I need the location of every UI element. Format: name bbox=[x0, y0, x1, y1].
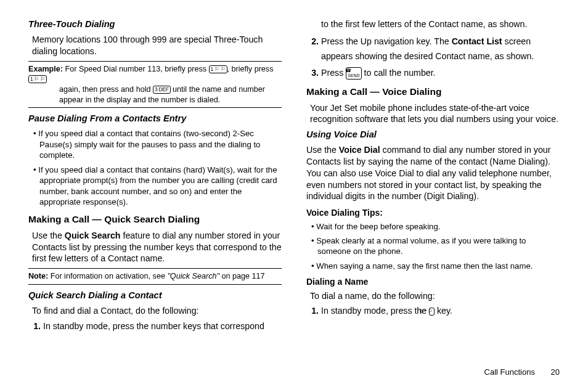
step-1-text: In standby mode, press the number keys t… bbox=[43, 321, 264, 331]
heading-uvd: Using Voice Dial bbox=[306, 129, 560, 141]
step-2a: Press the Up navigation key. The bbox=[321, 36, 452, 46]
bullet-pause-2: If you speed dial a contact that contain… bbox=[39, 165, 282, 208]
step-3: 3.Press SEND to call the number. bbox=[321, 67, 560, 80]
para-three-touch: Memory locations 100 through 999 are spe… bbox=[32, 34, 282, 57]
para-uvd: Use the Voice Dial command to dial any n… bbox=[306, 144, 560, 202]
step-1: 1.In standby mode, press the number keys… bbox=[43, 321, 282, 332]
footer-page-number: 20 bbox=[551, 367, 560, 377]
heading-three-touch: Three-Touch Dialing bbox=[28, 18, 282, 30]
para-quick-search: Use the Quick Search feature to dial any… bbox=[32, 230, 282, 264]
footer-section: Call Functions bbox=[484, 367, 535, 377]
example-label: Example: bbox=[28, 65, 63, 73]
heading-pause: Pause Dialing From a Contacts Entry bbox=[28, 113, 282, 125]
heading-quick-search: Making a Call — Quick Search Dialing bbox=[28, 213, 282, 226]
note-text-a: For information on activation, see bbox=[51, 272, 168, 280]
para-qsdc: To find and dial a Contact, do the follo… bbox=[32, 305, 282, 317]
uvd-a: Use the bbox=[306, 145, 339, 155]
page-body: Three-Touch Dialing Memory locations 100… bbox=[0, 0, 588, 357]
step-3b: to call the number. bbox=[362, 68, 436, 78]
step-2: 2.Press the Up navigation key. The Conta… bbox=[321, 34, 560, 63]
tip-2: Speak clearly at a normal volume, as if … bbox=[317, 235, 560, 257]
step-2-bold: Contact List bbox=[452, 36, 502, 46]
example-line2: again, then press and hold 3 DEF until t… bbox=[59, 84, 282, 105]
note-label: Note: bbox=[28, 272, 48, 280]
uvd-bold: Voice Dial bbox=[339, 145, 380, 155]
step-3a: Press bbox=[321, 68, 346, 78]
dname-step-1a: In standby mode, press the bbox=[321, 306, 429, 316]
step-1-cont: to the first few letters of the Contact … bbox=[321, 18, 560, 30]
note-text-b: on page 117 bbox=[219, 272, 265, 280]
heading-dname: Dialing a Name bbox=[306, 276, 560, 287]
key-zero-icon: 0 ⁺ ⚐ bbox=[429, 308, 435, 316]
tip-3: When saying a name, say the first name t… bbox=[317, 261, 560, 271]
example-text-1: For Speed Dial number 113, briefly press bbox=[65, 65, 209, 73]
page-footer: Call Functions 20 bbox=[484, 367, 560, 377]
bullet-pause-1: If you speed dial a contact that contain… bbox=[39, 128, 282, 160]
key-three-icon: 3 DEF bbox=[153, 86, 171, 94]
para-dname: To dial a name, do the following: bbox=[310, 290, 560, 302]
tip-1: Wait for the beep before speaking. bbox=[317, 221, 560, 232]
note-box: Note: For information on activation, see… bbox=[28, 268, 282, 285]
dname-step-1b: key. bbox=[435, 306, 452, 316]
note-italic: "Quick Search" bbox=[167, 272, 219, 280]
example-text-3: again, then press and hold bbox=[59, 85, 153, 94]
heading-voice: Making a Call — Voice Dialing bbox=[306, 86, 560, 98]
send-key-icon: SEND bbox=[346, 67, 361, 80]
para-voice: Your Jet Set mobile phone includes state… bbox=[310, 102, 560, 125]
example-text-2: , briefly press bbox=[227, 65, 274, 73]
key-one-icon: 1 ⚐ ⚐ bbox=[28, 75, 47, 83]
example-box: Example: For Speed Dial number 113, brie… bbox=[28, 61, 282, 108]
key-one-icon: 1 ⚐ ⚐ bbox=[209, 65, 227, 73]
heading-tips: Voice Dialing Tips: bbox=[306, 207, 560, 218]
dname-step-1: 1.In standby mode, press the 0 ⁺ ⚐ key. bbox=[321, 305, 560, 317]
qs-text-a: Use the bbox=[32, 231, 65, 240]
qs-bold: Quick Search bbox=[65, 231, 121, 240]
heading-qsdc: Quick Search Dialing a Contact bbox=[28, 290, 282, 301]
